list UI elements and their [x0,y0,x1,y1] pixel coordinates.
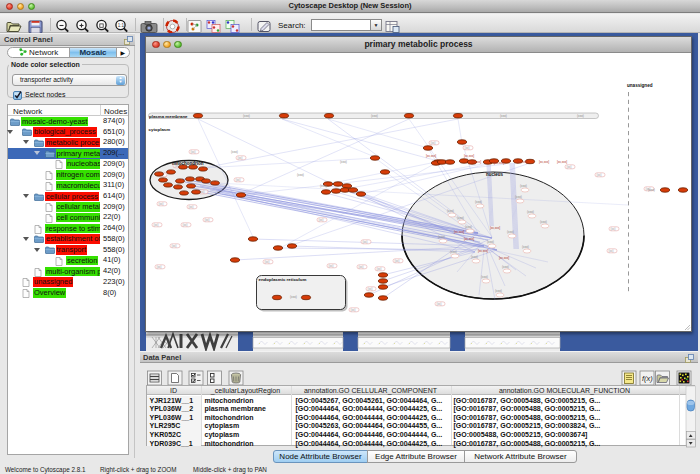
svg-text:[xx,xxx]: [xx,xxx] [494,161,504,165]
svg-text:(xx): (xx) [238,156,243,160]
svg-text:[xx,xxx]: [xx,xxx] [499,256,509,260]
svg-text:(xxx): (xxx) [475,200,482,204]
svg-text:(xxx): (xxx) [450,250,457,254]
svg-text:(xxx): (xxx) [487,240,494,244]
svg-text:(xxx): (xxx) [340,160,347,164]
svg-text:f(x): f(x) [642,374,653,383]
svg-text:(xx): (xx) [395,259,400,263]
svg-text:(xx): (xx) [597,173,602,177]
svg-text:(xxx): (xxx) [481,275,488,279]
svg-text:(xxx): (xxx) [527,210,534,214]
svg-text:(xxx): (xxx) [231,150,238,154]
svg-text:(xxx): (xxx) [371,114,378,118]
svg-text:(xx): (xx) [172,244,177,248]
svg-text:(xx): (xx) [236,178,241,182]
svg-text:plasma membrane: plasma membrane [149,114,188,119]
svg-text:(xxx): (xxx) [502,265,509,269]
svg-text:[xx,xxx]: [xx,xxx] [464,237,474,241]
svg-text:nucleus: nucleus [486,172,504,177]
svg-text:1:1: 1:1 [118,23,125,28]
svg-text:(xx): (xx) [319,218,324,222]
svg-text:(xx): (xx) [431,141,436,145]
svg-text:(xx): (xx) [329,264,334,268]
svg-text:(xx): (xx) [191,150,196,154]
svg-text:(xxx): (xxx) [243,114,250,118]
svg-text:(xx): (xx) [189,205,194,209]
svg-text:(xxx): (xxx) [495,289,502,293]
svg-text:[xx,xxx]: [xx,xxx] [478,249,488,253]
svg-text:[xx,xxx]: [xx,xxx] [464,154,474,158]
svg-text:[xx,xxx]: [xx,xxx] [426,154,436,158]
svg-text:(xxx): (xxx) [522,245,529,249]
svg-text:(xx): (xx) [377,267,382,271]
svg-text:(xxx): (xxx) [457,216,464,220]
svg-text:(xxx): (xxx) [520,184,527,188]
svg-text:(xx): (xx) [205,218,210,222]
svg-text:(xxx): (xxx) [447,209,454,213]
svg-text:(xx): (xx) [611,227,616,231]
svg-text:(xxx): (xxx) [471,255,478,259]
svg-text:(xxx): (xxx) [540,220,547,224]
svg-text:(xxx): (xxx) [320,184,327,188]
svg-text:[xx,xxx]: [xx,xxx] [454,230,464,234]
svg-text:endoplasmic reticulum: endoplasmic reticulum [259,277,307,282]
svg-text:(xx): (xx) [437,302,442,306]
svg-text:[xx,xxx]: [xx,xxx] [539,160,549,164]
svg-text:(xx): (xx) [368,287,373,291]
svg-text:(xx): (xx) [265,260,270,264]
svg-text:cytoplasm: cytoplasm [149,127,171,132]
svg-text:[xx,xxx]: [xx,xxx] [517,160,527,164]
svg-text:(xxx): (xxx) [465,225,472,229]
svg-text:(xx): (xx) [567,165,572,169]
svg-text:(xxx): (xxx) [515,195,522,199]
svg-text:(xx): (xx) [609,249,614,253]
svg-text:(xxx): (xxx) [438,235,445,239]
svg-text:unassigned: unassigned [627,83,653,88]
svg-text:mitochondrion: mitochondrion [172,161,204,166]
svg-text:(xx): (xx) [183,223,188,227]
svg-text:(xx): (xx) [157,265,162,269]
svg-text:(xxx): (xxx) [648,188,655,192]
svg-text:[xx,xxx]: [xx,xxx] [471,160,481,164]
svg-text:(xxx): (xxx) [500,114,507,118]
svg-text:(xx): (xx) [154,223,159,227]
svg-text:[xx,xxx]: [xx,xxx] [557,160,567,164]
svg-text:(xxx): (xxx) [577,114,584,118]
svg-text:(xx): (xx) [363,240,368,244]
svg-text:(xx): (xx) [351,308,356,312]
svg-text:(xxx): (xxx) [290,295,297,299]
svg-text:(xxx): (xxx) [507,230,514,234]
svg-text:[xx,xxx]: [xx,xxx] [490,226,500,230]
svg-text:(xx): (xx) [359,265,364,269]
svg-text:(xx): (xx) [159,202,164,206]
svg-text:(xx): (xx) [465,146,470,150]
svg-text:(xxx): (xxx) [297,173,304,177]
